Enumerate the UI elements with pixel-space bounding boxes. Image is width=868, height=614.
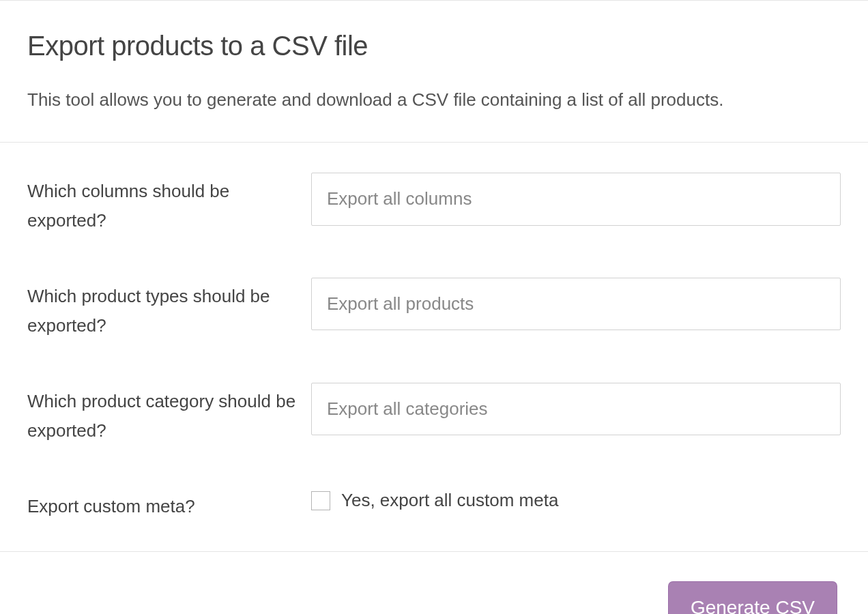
form-row-category: Which product category should be exporte… — [27, 383, 841, 445]
form-row-columns: Which columns should be exported? Export… — [27, 173, 841, 235]
product-types-control: Export all products — [311, 278, 841, 330]
custom-meta-control: Yes, export all custom meta — [311, 488, 841, 512]
form-section: Which columns should be exported? Export… — [0, 143, 868, 551]
columns-control: Export all columns — [311, 173, 841, 225]
custom-meta-checkbox-label[interactable]: Yes, export all custom meta — [341, 489, 558, 512]
export-panel: Export products to a CSV file This tool … — [0, 0, 868, 614]
header-section: Export products to a CSV file This tool … — [0, 1, 868, 143]
columns-label: Which columns should be exported? — [27, 173, 311, 235]
custom-meta-checkbox[interactable] — [311, 491, 330, 510]
category-control: Export all categories — [311, 383, 841, 435]
category-label: Which product category should be exporte… — [27, 383, 311, 445]
form-row-product-types: Which product types should be exported? … — [27, 278, 841, 340]
category-select[interactable]: Export all categories — [311, 383, 841, 435]
columns-select[interactable]: Export all columns — [311, 173, 841, 225]
page-title: Export products to a CSV file — [27, 31, 841, 61]
generate-csv-button[interactable]: Generate CSV — [669, 582, 837, 614]
product-types-select[interactable]: Export all products — [311, 278, 841, 330]
form-row-custom-meta: Export custom meta? Yes, export all cust… — [27, 488, 841, 521]
footer-section: Generate CSV — [0, 552, 868, 614]
page-description: This tool allows you to generate and dow… — [27, 87, 841, 112]
custom-meta-label: Export custom meta? — [27, 488, 311, 521]
product-types-label: Which product types should be exported? — [27, 278, 311, 340]
